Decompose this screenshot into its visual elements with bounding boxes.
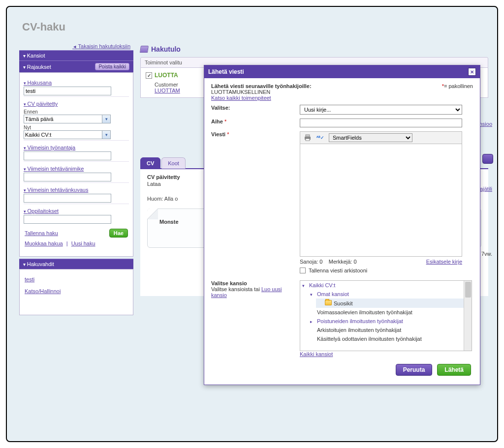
required-note: *= pakollinen (442, 83, 473, 89)
save-search-link[interactable]: Tallenna haku (25, 230, 58, 236)
folders-panel-header[interactable]: Kansiot (19, 50, 133, 60)
book-icon (140, 46, 149, 53)
folder-section-title: Valitse kansio (211, 280, 290, 286)
chars-count: Merkkejä: 0 (329, 259, 357, 265)
svg-rect-1 (306, 135, 310, 137)
subject-input[interactable] (300, 119, 462, 127)
send-button[interactable]: Lähetä (437, 364, 471, 376)
cancel-button[interactable]: Peruuta (396, 364, 433, 376)
hakuvahdit-label: Hakuvahdit (27, 261, 54, 267)
filter-last-jobtitle-title[interactable]: Viimeisin tehtävänimike (24, 165, 129, 173)
tree-own-folders[interactable]: Omat kansiot (308, 290, 472, 299)
customer-link[interactable]: LUOTTAM (155, 88, 180, 93)
scrollbar[interactable] (464, 281, 472, 351)
tree-deleted-jobs[interactable]: Poistuneiden ilmoitusten työnhakijat (308, 317, 472, 326)
smartfields-select[interactable]: SmartFields (329, 133, 412, 142)
last-employer-input[interactable] (24, 151, 111, 160)
filter-schools-title[interactable]: Oppilaitokset (24, 207, 129, 215)
print-icon[interactable] (303, 134, 312, 142)
folder-icon (325, 300, 332, 305)
search-button[interactable]: Hae (109, 229, 128, 238)
tree-favorites[interactable]: Suosikit (316, 299, 472, 308)
tree-root[interactable]: Kaikki CV:t (300, 281, 472, 290)
last-jobtitle-input[interactable] (24, 173, 111, 181)
purple-badge[interactable] (482, 154, 493, 164)
now-label: Nyt (24, 125, 129, 130)
customer-label: Customer (155, 82, 178, 88)
cut-link-ajatili[interactable]: ajätili (480, 186, 492, 192)
scrollbar-thumb[interactable] (465, 282, 471, 298)
before-label: Ennen (24, 109, 129, 115)
keyword-input[interactable] (24, 87, 111, 95)
hakuvahdit-header[interactable]: Hakuvahdit (19, 259, 133, 269)
clear-all-button[interactable]: Poista kaikki (95, 63, 129, 70)
words-count: Sanoja: 0 (300, 259, 322, 265)
new-search-link[interactable]: Uusi haku (71, 240, 95, 246)
letter-select[interactable]: Uusi kirje... (300, 105, 462, 115)
filter-cv-updated-title[interactable]: CV päivitetty (24, 100, 129, 108)
tree-archived-jobs[interactable]: Arkistoitujen ilmoitusten työnhakijat (308, 326, 472, 334)
hakuvahdit-body: testi Katso/Hallinnoi (19, 269, 133, 315)
message-label: Viesti (211, 131, 225, 137)
filters-header-label: Rajaukset (27, 64, 51, 70)
filter-last-employer-title[interactable]: Viimeisin työnantaja (24, 144, 129, 151)
subject-label: Aihe (211, 119, 223, 124)
see-all-actions-link[interactable]: Katso kaikki toimenpiteet (211, 95, 271, 101)
filter-last-jobdesc-title[interactable]: Viimeisin tehtävänkuvaus (24, 186, 129, 194)
hakuvahdit-item[interactable]: testi (25, 276, 128, 282)
recipients-label: Lähetä viesti seuraaville työnhakijoille… (211, 83, 473, 89)
save-archive-checkbox[interactable] (300, 268, 306, 273)
editor-toolbar: ᴬᴮ✓ SmartFields (300, 131, 462, 144)
modal-title: Lähetä viesti (208, 68, 244, 75)
cut-link-nsioo[interactable]: nsioo (479, 121, 492, 127)
edit-search-link[interactable]: Muokkaa hakua (25, 240, 63, 246)
modal-header[interactable]: Lähetä viesti ✕ (204, 65, 480, 78)
back-to-results-link[interactable]: Takaisin hakutuloksiin (19, 43, 133, 49)
result-name-text: LUOTTA (155, 72, 178, 79)
cut-text-7vw: 7vw. (481, 251, 492, 257)
chevron-down-icon[interactable]: ▾ (102, 130, 111, 139)
folder-section-sub: Valitse kansioista tai (211, 286, 260, 292)
message-editor[interactable] (300, 144, 462, 257)
tree-active-jobs[interactable]: Voimassaolevien ilmoitusten työnhakijat (308, 308, 472, 317)
last-jobdesc-input[interactable] (24, 194, 111, 203)
hakuvahdit-manage-link[interactable]: Katso/Hallinnoi (25, 288, 128, 294)
all-folders-link[interactable]: Kaikki kansiot (300, 351, 333, 357)
filter-keyword-title[interactable]: Hakusana (24, 79, 129, 87)
separator: | (64, 240, 70, 246)
preview-link[interactable]: Esikatsele kirje (426, 259, 462, 265)
result-checkbox[interactable]: ✓ (146, 72, 152, 79)
select-label: Valitse: (211, 105, 300, 111)
filters-panel-body: Hakusana CV päivitetty Ennen ▾ Nyt ▾ (19, 72, 133, 257)
tab-koot[interactable]: Koot (161, 157, 186, 169)
send-message-modal: Lähetä viesti ✕ *= pakollinen Lähetä vie… (204, 65, 480, 385)
now-select[interactable] (24, 130, 102, 139)
before-select[interactable] (24, 115, 102, 123)
folders-header-label: Kansiot (27, 53, 45, 59)
spellcheck-icon[interactable]: ᴬᴮ✓ (316, 134, 325, 142)
tree-pending-jobs[interactable]: Käsittelyä odottavien ilmoitusten työnha… (308, 334, 472, 343)
schools-input[interactable] (24, 215, 111, 224)
close-icon[interactable]: ✕ (468, 68, 476, 76)
results-title: Hakutulo (151, 45, 181, 53)
filters-panel-header[interactable]: Rajaukset Poista kaikki (19, 60, 133, 72)
save-archive-label: Tallenna viesti arkistooni (309, 268, 367, 273)
sidebar: Takaisin hakutuloksiin Kansiot Rajaukset… (19, 43, 133, 315)
tab-cv[interactable]: CV (140, 157, 160, 169)
page-title: CV-haku (22, 21, 488, 33)
folder-tree: Kaikki CV:t Omat kansiot Suosikit Voimas… (300, 280, 472, 351)
svg-rect-2 (306, 139, 310, 141)
recipient-name: LUOTTAMUKSELLINEN (211, 89, 473, 95)
chevron-down-icon[interactable]: ▾ (102, 115, 111, 123)
